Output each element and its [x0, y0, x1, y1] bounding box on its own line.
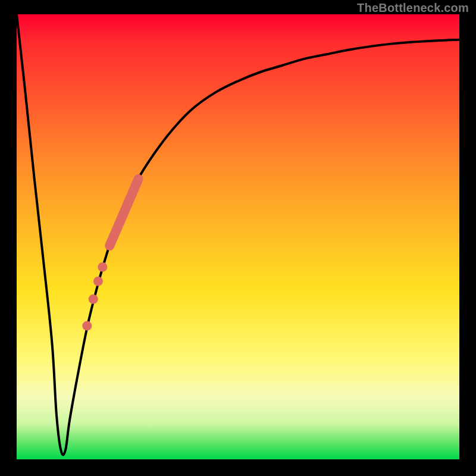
plot-area [17, 14, 459, 459]
highlight-dot [82, 321, 92, 331]
chart-frame: TheBottleneck.com [0, 0, 476, 476]
highlight-dot [98, 262, 107, 272]
highlight-segment [109, 179, 138, 246]
chart-svg [17, 14, 459, 459]
highlight-dot [93, 277, 103, 286]
watermark-text: TheBottleneck.com [357, 1, 469, 15]
highlight-dot [89, 295, 98, 304]
bottleneck-curve [17, 14, 459, 455]
